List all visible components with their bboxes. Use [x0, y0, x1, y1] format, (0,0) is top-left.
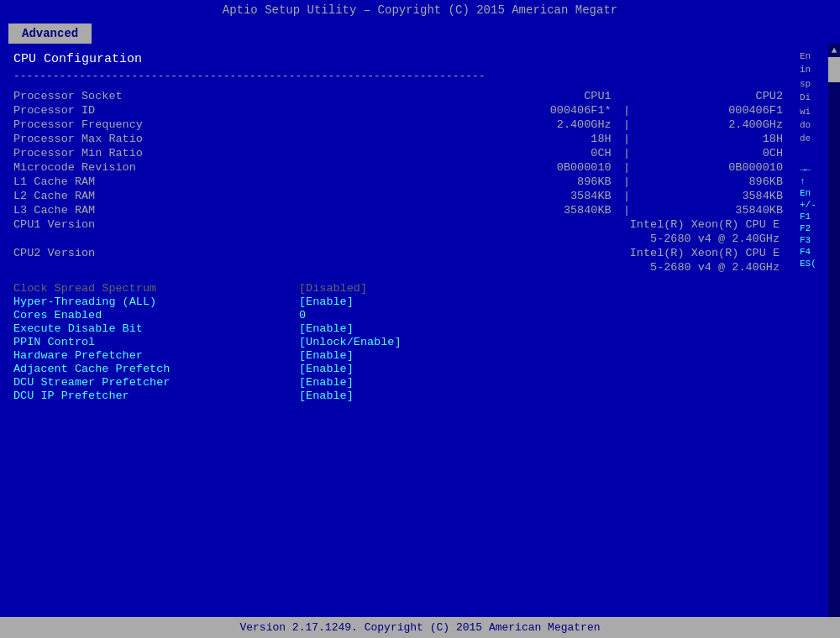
option-hardware-prefetcher[interactable]: Hardware Prefetcher [Enable]: [13, 349, 783, 362]
label-cell: CPU1 Version: [13, 217, 423, 232]
scroll-track: [828, 57, 840, 625]
info-table: Processor Socket CPU1 CPU2 Processor ID …: [13, 89, 783, 275]
table-row: Processor Min Ratio 0CH | 0CH: [13, 146, 783, 160]
label-cell: L3 Cache RAM: [13, 203, 423, 217]
option-value: [Enable]: [299, 349, 354, 362]
label-cell: Microcode Revision: [13, 160, 423, 175]
table-row: L2 Cache RAM 3584KB | 3584KB: [13, 189, 783, 203]
cpu2-cell: 0B000010: [638, 160, 783, 175]
cpu1-cell: 35840KB: [423, 203, 615, 217]
separator: ----------------------------------------…: [13, 70, 783, 82]
content-row: CPU Configuration ----------------------…: [0, 44, 840, 638]
option-value: [Enable]: [299, 322, 354, 335]
option-label: Execute Disable Bit: [13, 322, 299, 335]
label-cell: Processor ID: [13, 103, 423, 118]
scroll-up-arrow[interactable]: ▲: [828, 44, 840, 57]
sep-cell: |: [615, 175, 639, 189]
cpu1-cell: 18H: [423, 132, 615, 146]
option-label: Adjacent Cache Prefetch: [13, 363, 299, 375]
cpu1-cell: 3584KB: [423, 189, 615, 203]
label-cell: CPU2 Version: [13, 246, 423, 260]
cpu1-cell: 896KB: [423, 175, 615, 189]
option-hyper-threading[interactable]: Hyper-Threading (ALL) [Enable]: [13, 295, 783, 308]
table-row: Processor ID 000406F1* | 000406F1: [13, 103, 783, 118]
option-label: Clock Spread Spectrum: [13, 282, 299, 295]
label-cell: Processor Min Ratio: [13, 146, 423, 160]
cpu1-cell: 0CH: [423, 146, 615, 160]
main-panel: CPU Configuration ----------------------…: [0, 44, 796, 638]
sep-cell: |: [615, 118, 639, 132]
cpu2-header: CPU2: [638, 89, 783, 103]
layout: Aptio Setup Utility – Copyright (C) 2015…: [0, 0, 840, 638]
section-title: CPU Configuration: [13, 52, 783, 66]
option-label: Cores Enabled: [13, 309, 299, 322]
sep-cell: |: [615, 132, 639, 146]
option-label: DCU Streamer Prefetcher: [13, 376, 299, 389]
table-row: CPU2 Version Intel(R) Xeon(R) CPU E: [13, 246, 783, 260]
sep-cell: |: [615, 103, 639, 118]
cpu1-cell: 5-2680 v4 @ 2.40GHz: [423, 260, 783, 275]
table-row: CPU1 Version Intel(R) Xeon(R) CPU E: [13, 217, 783, 232]
title-bar: Aptio Setup Utility – Copyright (C) 2015…: [0, 0, 840, 20]
label-cell: [13, 260, 423, 275]
table-row: Processor Socket CPU1 CPU2: [13, 89, 783, 103]
option-value: [Enable]: [299, 390, 354, 402]
cpu1-cell: 5-2680 v4 @ 2.40GHz: [423, 232, 783, 246]
bottom-bar: Version 2.17.1249. Copyright (C) 2015 Am…: [0, 617, 840, 638]
table-row: 5-2680 v4 @ 2.40GHz: [13, 232, 783, 246]
option-value: [Unlock/Enable]: [299, 336, 402, 348]
right-panel: En in sp Di wi do de ▲ ▼ →← ↑ En: [796, 44, 840, 638]
table-row: Microcode Revision 0B000010 | 0B000010: [13, 160, 783, 175]
sep-cell: |: [615, 146, 639, 160]
table-row: L3 Cache RAM 35840KB | 35840KB: [13, 203, 783, 217]
option-ppin-control[interactable]: PPIN Control [Unlock/Enable]: [13, 336, 783, 348]
cpu1-cell: Intel(R) Xeon(R) CPU E: [423, 246, 783, 260]
option-adjacent-cache[interactable]: Adjacent Cache Prefetch [Enable]: [13, 363, 783, 375]
option-label: PPIN Control: [13, 336, 299, 348]
sep-cell: [615, 89, 639, 103]
cpu2-cell: 896KB: [638, 175, 783, 189]
scroll-thumb[interactable]: [828, 57, 840, 82]
label-cell: L1 Cache RAM: [13, 175, 423, 189]
option-label: DCU IP Prefetcher: [13, 390, 299, 402]
option-label: Hyper-Threading (ALL): [13, 295, 299, 308]
option-clock-spread[interactable]: Clock Spread Spectrum [Disabled]: [13, 282, 783, 295]
table-row: 5-2680 v4 @ 2.40GHz: [13, 260, 783, 275]
label-cell: Processor Socket: [13, 89, 423, 103]
option-value: [Enable]: [299, 376, 354, 389]
label-cell: Processor Max Ratio: [13, 132, 423, 146]
label-cell: Processor Frequency: [13, 118, 423, 132]
option-execute-disable[interactable]: Execute Disable Bit [Enable]: [13, 322, 783, 335]
scrollbar[interactable]: ▲ ▼: [828, 44, 840, 638]
option-dcu-streamer[interactable]: DCU Streamer Prefetcher [Enable]: [13, 376, 783, 389]
option-value: [Enable]: [299, 363, 354, 375]
option-value: [Disabled]: [299, 282, 367, 295]
table-row: Processor Max Ratio 18H | 18H: [13, 132, 783, 146]
cpu1-cell: 2.400GHz: [423, 118, 615, 132]
sep-cell: |: [615, 189, 639, 203]
label-cell: L2 Cache RAM: [13, 189, 423, 203]
cpu1-cell: Intel(R) Xeon(R) CPU E: [423, 217, 783, 232]
cpu2-cell: 18H: [638, 132, 783, 146]
option-cores-enabled[interactable]: Cores Enabled 0: [13, 309, 783, 322]
cpu1-header: CPU1: [423, 89, 615, 103]
title-text: Aptio Setup Utility – Copyright (C) 2015…: [223, 3, 617, 17]
table-row: Processor Frequency 2.400GHz | 2.400GHz: [13, 118, 783, 132]
cpu1-cell: 000406F1*: [423, 103, 615, 118]
option-rows: Clock Spread Spectrum [Disabled] Hyper-T…: [13, 282, 783, 402]
sep-cell: |: [615, 160, 639, 175]
sep-cell: |: [615, 203, 639, 217]
tab-row: Advanced: [0, 20, 840, 44]
tab-advanced[interactable]: Advanced: [8, 24, 92, 44]
option-label: Hardware Prefetcher: [13, 349, 299, 362]
cpu2-cell: 000406F1: [638, 103, 783, 118]
option-dcu-ip[interactable]: DCU IP Prefetcher [Enable]: [13, 390, 783, 402]
cpu2-cell: 2.400GHz: [638, 118, 783, 132]
cpu2-cell: 0CH: [638, 146, 783, 160]
table-row: L1 Cache RAM 896KB | 896KB: [13, 175, 783, 189]
option-value: [Enable]: [299, 295, 354, 308]
label-cell: [13, 232, 423, 246]
cpu1-cell: 0B000010: [423, 160, 615, 175]
bottom-text: Version 2.17.1249. Copyright (C) 2015 Am…: [239, 621, 600, 634]
cpu2-cell: 35840KB: [638, 203, 783, 217]
